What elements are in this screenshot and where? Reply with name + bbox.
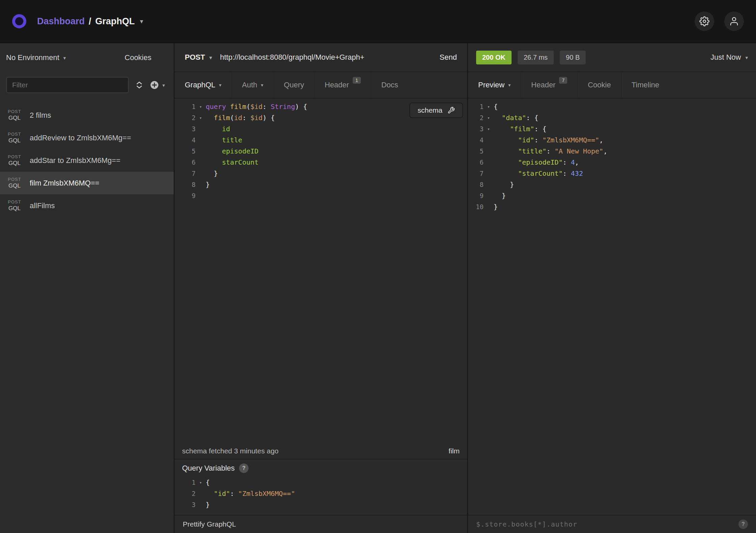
method-label: POST bbox=[5, 132, 24, 137]
token: film bbox=[230, 103, 246, 111]
line-number: 2 bbox=[175, 488, 196, 499]
token: 432 bbox=[571, 169, 583, 177]
send-button[interactable]: Send bbox=[430, 53, 467, 62]
url-input[interactable]: http://localhost:8080/graphql/Movie+Grap… bbox=[220, 53, 429, 62]
add-request-button[interactable]: ▾ bbox=[150, 80, 168, 90]
token: } bbox=[206, 180, 210, 189]
graphql-editor[interactable]: 1▾query film($id: String) {2▾ film(id: $… bbox=[175, 99, 467, 443]
token: $id bbox=[250, 103, 262, 111]
fold-toggle-icon[interactable]: ▾ bbox=[484, 123, 494, 135]
fold-toggle-icon[interactable]: ▾ bbox=[196, 101, 206, 112]
token: id bbox=[222, 125, 230, 133]
fold-toggle-icon[interactable]: ▾ bbox=[484, 112, 494, 123]
fold-toggle-icon[interactable]: ▾ bbox=[196, 477, 206, 488]
tab-header[interactable]: Header7 bbox=[521, 72, 577, 98]
code-text: "episodeID": 4, bbox=[494, 157, 579, 168]
sidebar: No Environment ▾ Cookies ▾ POSTGQL2 film… bbox=[0, 43, 175, 533]
filter-help-icon[interactable]: ? bbox=[738, 520, 748, 529]
breadcrumb-workspace[interactable]: GraphQL bbox=[95, 16, 135, 27]
code-text: query film($id: String) { bbox=[206, 101, 307, 112]
code-line: 2▾ "data": { bbox=[468, 112, 756, 123]
account-button[interactable] bbox=[724, 11, 744, 31]
variables-help-icon[interactable]: ? bbox=[239, 464, 249, 473]
request-list-item[interactable]: POSTGQLallFilms bbox=[0, 194, 174, 217]
token: "title" bbox=[518, 147, 546, 155]
request-list-item[interactable]: POSTGQLaddReview to ZmlsbXM6Mg== bbox=[0, 127, 174, 149]
line-number: 10 bbox=[468, 201, 484, 213]
fold-spacer bbox=[196, 168, 206, 179]
response-history-dropdown[interactable]: Just Now ▾ bbox=[710, 53, 748, 62]
response-filter-bar: $.store.books[*].author ? bbox=[468, 515, 756, 533]
request-list-item[interactable]: POSTGQLfilm ZmlsbXM6MQ== bbox=[0, 172, 174, 194]
response-body[interactable]: 1▾{2▾ "data": {3▾ "film": {4 "id": "Zmls… bbox=[468, 99, 756, 515]
line-number: 4 bbox=[468, 135, 484, 146]
token bbox=[206, 158, 222, 166]
code-text: } bbox=[206, 168, 218, 179]
token: query bbox=[206, 103, 226, 111]
tab-docs[interactable]: Docs bbox=[371, 72, 408, 98]
fold-spacer bbox=[196, 157, 206, 168]
fold-toggle-icon[interactable]: ▾ bbox=[484, 101, 494, 112]
workspace-chevron-down-icon[interactable]: ▾ bbox=[140, 19, 143, 24]
code-text: } bbox=[206, 499, 210, 510]
app-logo-icon[interactable] bbox=[12, 14, 26, 28]
token bbox=[494, 125, 510, 133]
method-selector[interactable]: POST ▾ bbox=[175, 53, 220, 62]
request-name: film ZmlsbXM6MQ== bbox=[30, 179, 99, 188]
token: : bbox=[242, 114, 250, 122]
token: 4 bbox=[571, 158, 575, 166]
line-number: 7 bbox=[175, 168, 196, 179]
tab-preview[interactable]: Preview▾ bbox=[468, 72, 521, 98]
tab-auth[interactable]: Auth▾ bbox=[232, 72, 273, 98]
method-label: POST bbox=[5, 177, 24, 182]
environment-selector[interactable]: No Environment ▾ bbox=[6, 53, 66, 62]
gql-label: GQL bbox=[5, 115, 24, 121]
token: : bbox=[263, 103, 271, 111]
line-number: 2 bbox=[175, 112, 196, 123]
request-method-tag: POSTGQL bbox=[5, 109, 24, 121]
tab-graphql[interactable]: GraphQL▾ bbox=[175, 72, 232, 98]
schema-button[interactable]: schema bbox=[409, 103, 463, 118]
token: } bbox=[494, 180, 514, 189]
query-variables-header: Query Variables ? bbox=[175, 459, 467, 477]
breadcrumb-dashboard-link[interactable]: Dashboard bbox=[37, 16, 85, 27]
settings-button[interactable] bbox=[695, 11, 714, 31]
add-chevron-down-icon: ▾ bbox=[162, 83, 165, 88]
response-pane: 200 OK 26.7 ms 90 B Just Now ▾ Preview▾H… bbox=[468, 43, 756, 533]
token: ( bbox=[230, 114, 234, 122]
response-tabbar: Preview▾Header7CookieTimeline bbox=[468, 72, 756, 99]
fold-spacer bbox=[196, 123, 206, 135]
tab-cookie[interactable]: Cookie bbox=[577, 72, 621, 98]
code-line: 9 } bbox=[468, 190, 756, 201]
cookies-button[interactable]: Cookies bbox=[125, 53, 167, 62]
chevron-down-icon: ▾ bbox=[261, 83, 263, 87]
tab-header[interactable]: Header1 bbox=[314, 72, 371, 98]
variables-code[interactable]: 1▾{2 "id": "ZmlsbXM6MQ=="3} bbox=[175, 477, 467, 515]
token: : bbox=[563, 169, 571, 177]
token: , bbox=[575, 158, 579, 166]
token bbox=[494, 158, 518, 166]
method-label: POST bbox=[5, 109, 24, 114]
method-label: POST bbox=[185, 53, 205, 62]
sort-button[interactable] bbox=[135, 80, 144, 90]
request-list-item[interactable]: POSTGQL2 films bbox=[0, 104, 174, 127]
fold-toggle-icon[interactable]: ▾ bbox=[196, 112, 206, 123]
gql-label: GQL bbox=[5, 138, 24, 144]
request-method-tag: POSTGQL bbox=[5, 177, 24, 189]
tab-query[interactable]: Query bbox=[273, 72, 314, 98]
filter-input[interactable] bbox=[6, 77, 129, 93]
fold-spacer bbox=[484, 168, 494, 179]
token: "ZmlsbXM6MQ==" bbox=[238, 489, 295, 498]
code-line: 1▾{ bbox=[468, 101, 756, 112]
token bbox=[206, 125, 222, 133]
request-list-item[interactable]: POSTGQLaddStar to ZmlsbXM6Mg== bbox=[0, 149, 174, 172]
token: : bbox=[534, 136, 542, 144]
code-text: } bbox=[494, 179, 514, 190]
tab-timeline[interactable]: Timeline bbox=[621, 72, 669, 98]
fold-spacer bbox=[484, 201, 494, 213]
line-number: 7 bbox=[468, 168, 484, 179]
response-filter-input[interactable]: $.store.books[*].author bbox=[476, 520, 734, 528]
code-line: 5 "title": "A New Hope", bbox=[468, 146, 756, 157]
code-text: starCount bbox=[206, 157, 259, 168]
prettify-button[interactable]: Prettify GraphQL bbox=[183, 520, 236, 528]
